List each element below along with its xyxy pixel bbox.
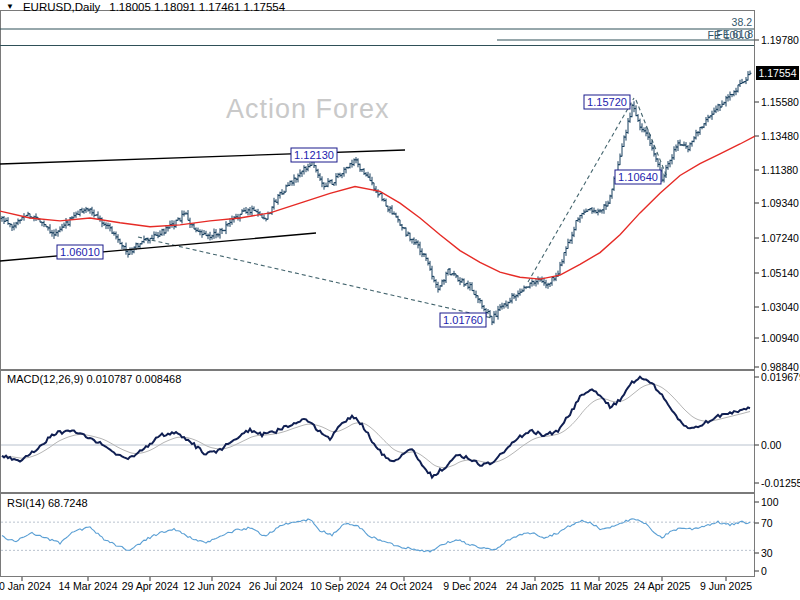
rsi-axis-label: 0 — [761, 565, 767, 577]
date-axis-label: 12 Jun 2024 — [183, 580, 241, 592]
price-axis-label: 1.09340 — [761, 197, 799, 209]
price-axis-label: 1.19780 — [761, 34, 799, 46]
swing-label: 1.01760 — [443, 314, 483, 326]
date-axis-label: 14 Mar 2024 — [59, 580, 118, 592]
rsi-line — [2, 519, 750, 552]
symbol-title: EURUSD,Daily — [23, 1, 100, 13]
chart-canvas: 38.2FE 61.8FE 100.01.157201.106401.12130… — [0, 0, 800, 600]
fib-label: FE 100.0 — [707, 29, 750, 41]
forex-chart-window: Action Forex 38.2FE 61.8FE 100.01.157201… — [0, 0, 800, 600]
rsi-axis-label: 30 — [761, 547, 773, 559]
macd-axis-label: 0.00 — [761, 439, 782, 451]
price-axis-label: 1.00940 — [761, 332, 799, 344]
date-axis-label: 9 Dec 2024 — [443, 580, 497, 592]
current-price-text: 1.17554 — [759, 67, 797, 79]
rsi-axis-label: 70 — [761, 517, 773, 529]
rsi-indicator-label: RSI(14) 68.7248 — [7, 497, 88, 509]
projection-line-2 — [636, 100, 667, 177]
rsi-axis-label: 100 — [761, 496, 779, 508]
date-axis-label: 9 Jun 2025 — [700, 580, 752, 592]
trendline-0 — [0, 150, 405, 164]
date-axis-label: 11 Mar 2025 — [570, 580, 628, 592]
swing-label: 1.10640 — [618, 171, 658, 183]
date-axis-label: 24 Oct 2024 — [375, 580, 432, 592]
price-axis-label: 1.05140 — [761, 267, 799, 279]
projection-line-1 — [528, 98, 634, 282]
moving-average-line — [0, 136, 755, 279]
price-axis-label: 1.15580 — [761, 96, 799, 108]
macd-indicator-label: MACD(12,26,9) 0.010787 0.008468 — [7, 373, 181, 385]
swing-label: 1.06010 — [60, 246, 100, 258]
macd-axis-label: 0.019679 — [761, 371, 800, 383]
symbol-dropdown-icon[interactable]: ▼ — [6, 3, 14, 11]
chart-title-bar: ▼ EURUSD,Daily 1.18005 1.18091 1.17461 1… — [6, 1, 285, 13]
quote-values: 1.18005 1.18091 1.17461 1.17554 — [109, 1, 285, 13]
macd-panel — [1, 371, 755, 493]
watermark: Action Forex — [226, 94, 390, 125]
macd-axis-label: -0.012552 — [761, 477, 800, 489]
swing-label: 1.15720 — [587, 96, 627, 108]
date-axis-label: 24 Jan 2025 — [506, 580, 564, 592]
fib-label: 38.2 — [732, 16, 753, 28]
date-axis-label: 26 Jul 2024 — [249, 580, 303, 592]
price-axis-label: 1.07240 — [761, 232, 799, 244]
date-axis-label: 24 Apr 2025 — [634, 580, 691, 592]
macd-main-line — [2, 377, 750, 478]
macd-signal-line — [2, 384, 750, 467]
price-axis-label: 1.13480 — [761, 130, 799, 142]
date-axis-label: 10 Sep 2024 — [310, 580, 370, 592]
projection-line-0 — [138, 237, 492, 318]
date-axis-label: 30 Jan 2024 — [0, 580, 51, 592]
swing-label: 1.12130 — [294, 149, 334, 161]
price-axis-label: 1.11380 — [761, 164, 798, 176]
date-axis-label: 29 Apr 2024 — [122, 580, 179, 592]
price-axis-label: 1.03040 — [761, 301, 799, 313]
rsi-panel — [1, 494, 755, 577]
